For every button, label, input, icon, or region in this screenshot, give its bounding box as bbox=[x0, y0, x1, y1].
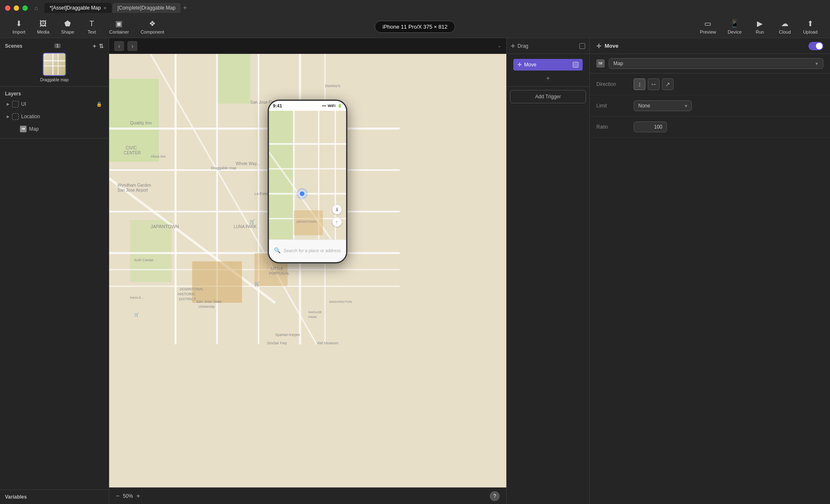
canvas-back-button[interactable]: ‹ bbox=[114, 41, 124, 51]
zoom-out-button[interactable]: − bbox=[116, 492, 120, 500]
add-action-icon[interactable]: + bbox=[546, 75, 550, 82]
maximize-traffic-light[interactable] bbox=[22, 5, 28, 11]
close-traffic-light[interactable] bbox=[5, 5, 10, 11]
svg-text:PARK: PARK bbox=[308, 315, 317, 319]
phone-time: 9:41 bbox=[273, 103, 282, 108]
plus-row: + bbox=[510, 73, 586, 84]
svg-text:CIVIC: CIVIC bbox=[126, 146, 137, 150]
add-scene-icon[interactable]: + bbox=[93, 42, 96, 49]
scenes-count: 1 bbox=[54, 44, 61, 48]
import-button[interactable]: ⬇ Import bbox=[7, 17, 31, 37]
device-icon: 📱 bbox=[730, 19, 739, 28]
target-select[interactable]: Map ▼ bbox=[609, 58, 823, 69]
move-checkbox[interactable] bbox=[573, 62, 579, 68]
add-tab-button[interactable]: + bbox=[183, 4, 187, 12]
shape-button[interactable]: ⬟ Shape bbox=[55, 17, 80, 37]
limit-label: Limit bbox=[596, 103, 634, 109]
scene-name: Draggable map bbox=[40, 78, 68, 82]
scenes-section: Scenes 1 + ⇅ Dra bbox=[0, 38, 109, 87]
active-tab[interactable]: *[Asset]Draggable Map ✕ bbox=[44, 3, 111, 13]
canvas-collapse-btn[interactable]: ⌄ bbox=[498, 43, 501, 49]
direction-vertical-btn[interactable]: ↕ bbox=[634, 78, 645, 90]
layers-section: Layers ▶ UI 🔒 ▶ Location 🗺 Map bbox=[0, 87, 109, 139]
limit-row: Limit None ▼ bbox=[590, 95, 830, 117]
direction-row: Direction ↕ ↔ ↗ bbox=[590, 73, 830, 95]
upload-icon: ⬆ bbox=[807, 19, 813, 28]
layer-map-item[interactable]: 🗺 Map bbox=[5, 124, 104, 134]
direction-horizontal-btn[interactable]: ↔ bbox=[648, 78, 659, 90]
interactions-header: ✛ Drag bbox=[507, 38, 589, 54]
svg-text:JAPANTOWN: JAPANTOWN bbox=[296, 220, 317, 224]
sort-scenes-icon[interactable]: ⇅ bbox=[99, 43, 104, 49]
cloud-button[interactable]: ☁ Cloud bbox=[772, 17, 797, 37]
svg-text:University: University bbox=[198, 304, 215, 309]
device-selector[interactable]: iPhone 11 Pro/X 375 × 812 bbox=[375, 21, 455, 33]
layer-location-icon bbox=[12, 113, 19, 120]
svg-text:LUNA PARK: LUNA PARK bbox=[234, 224, 257, 229]
svg-text:🛒: 🛒 bbox=[249, 219, 255, 224]
signal-icon: ▪▪▪ bbox=[322, 104, 326, 108]
svg-text:LITTLE: LITTLE bbox=[271, 266, 283, 270]
move-toggle[interactable] bbox=[808, 42, 823, 50]
media-icon: 🖼 bbox=[39, 19, 47, 28]
close-tab-icon[interactable]: ✕ bbox=[103, 6, 107, 10]
layer-ui-icon bbox=[12, 101, 19, 107]
svg-text:NAGLEE: NAGLEE bbox=[308, 310, 322, 314]
device-button[interactable]: 📱 Device bbox=[722, 17, 748, 37]
scene-item[interactable]: Draggable map bbox=[5, 53, 104, 82]
run-button[interactable]: ▶ Run bbox=[747, 17, 772, 37]
home-icon[interactable]: ⌂ bbox=[34, 5, 38, 11]
svg-rect-2 bbox=[217, 54, 250, 104]
ratio-input[interactable]: 100 bbox=[634, 122, 667, 132]
compass-btn[interactable]: ↑ bbox=[332, 217, 342, 227]
wifi-icon: WiFi bbox=[328, 104, 336, 108]
component-label: Component bbox=[141, 29, 164, 34]
container-button[interactable]: ▣ Container bbox=[103, 17, 135, 37]
limit-select[interactable]: None ▼ bbox=[634, 100, 692, 111]
canvas-viewport[interactable]: Quality Inn San Jose Flea Market Wyndham… bbox=[109, 54, 506, 487]
text-button[interactable]: T Text bbox=[80, 17, 103, 37]
battery-icon: 🔋 bbox=[337, 104, 342, 108]
layers-header: Layers bbox=[5, 91, 104, 97]
layer-ui-item[interactable]: ▶ UI 🔒 bbox=[5, 99, 104, 109]
layer-location-chevron: ▶ bbox=[7, 114, 10, 119]
svg-text:San Jose Airport: San Jose Airport bbox=[117, 188, 148, 192]
svg-text:NAGLE...: NAGLE... bbox=[130, 296, 144, 299]
zoom-in-button[interactable]: + bbox=[136, 492, 140, 500]
svg-rect-18 bbox=[192, 261, 242, 303]
direction-free-btn[interactable]: ↗ bbox=[662, 78, 674, 90]
target-icon: 🗺 bbox=[596, 59, 605, 68]
move-icon: ✛ bbox=[518, 62, 522, 68]
component-button[interactable]: ❖ Component bbox=[135, 17, 170, 37]
svg-text:Domino's: Domino's bbox=[325, 84, 341, 88]
container-icon: ▣ bbox=[115, 19, 122, 28]
interactions-col: ✛ Drag ✛ Move + Add Trigge bbox=[507, 38, 590, 504]
help-button[interactable]: ? bbox=[490, 491, 500, 501]
traffic-lights bbox=[5, 5, 28, 11]
preview-button[interactable]: ▭ Preview bbox=[694, 17, 722, 37]
info-btn[interactable]: ℹ bbox=[332, 205, 342, 214]
minimize-traffic-light[interactable] bbox=[14, 5, 19, 11]
zoom-controls: − 50% + bbox=[116, 492, 140, 500]
text-label: Text bbox=[88, 29, 96, 34]
component-icon: ❖ bbox=[149, 19, 156, 28]
scenes-actions: + ⇅ bbox=[93, 42, 104, 49]
layer-location-item[interactable]: ▶ Location bbox=[5, 112, 104, 122]
media-label: Media bbox=[37, 29, 49, 34]
phone-status-right: ▪▪▪ WiFi 🔋 bbox=[322, 104, 342, 108]
add-trigger-button[interactable]: Add Trigger bbox=[510, 90, 586, 103]
svg-text:Sinclair Fwy: Sinclair Fwy bbox=[267, 341, 287, 345]
move-row[interactable]: ✛ Move bbox=[513, 59, 583, 71]
svg-text:DOWNTOWN: DOWNTOWN bbox=[180, 287, 203, 291]
media-button[interactable]: 🖼 Media bbox=[31, 17, 55, 37]
upload-button[interactable]: ⬆ Upload bbox=[797, 17, 823, 37]
canvas-forward-button[interactable]: › bbox=[127, 41, 137, 51]
phone-status-bar: 9:41 ▪▪▪ WiFi 🔋 bbox=[269, 101, 346, 111]
move-title-icon: ✛ bbox=[596, 43, 601, 49]
svg-text:Viet Museum: Viet Museum bbox=[317, 341, 338, 345]
inactive-tab[interactable]: [Complete]Draggable Map bbox=[112, 3, 181, 13]
svg-rect-4 bbox=[130, 220, 171, 282]
search-icon: 🔍 bbox=[274, 247, 281, 253]
svg-text:DISTRICT: DISTRICT bbox=[179, 297, 196, 301]
ratio-row: Ratio 100 bbox=[590, 117, 830, 138]
